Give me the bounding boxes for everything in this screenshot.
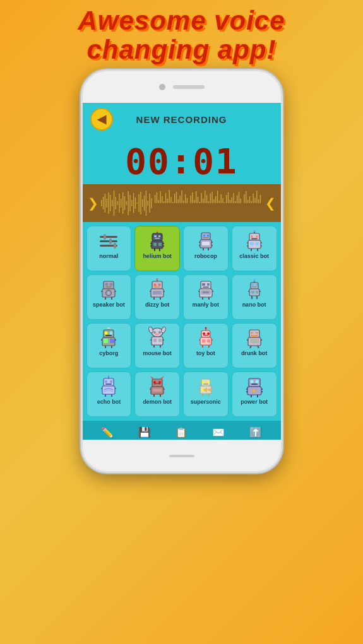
svg-rect-123 [109, 238, 112, 244]
effect-helium-bot[interactable]: helium bot [134, 226, 180, 271]
effect-power-bot-label: power bot [241, 399, 268, 406]
effect-nano-bot-label: nano bot [242, 302, 266, 308]
demon-bot-icon [146, 375, 169, 398]
svg-rect-127 [158, 235, 160, 237]
svg-marker-271 [160, 376, 164, 379]
toy-bot-icon [194, 327, 217, 349]
svg-rect-289 [249, 378, 260, 387]
drunk-bot-icon [243, 327, 266, 349]
svg-point-259 [105, 380, 107, 383]
phone-bottom-bar [83, 440, 281, 471]
effect-normal[interactable]: normal [86, 226, 132, 271]
phone-speaker [173, 85, 205, 89]
effect-echo-bot[interactable]: echo bot [86, 372, 132, 417]
svg-rect-131 [158, 243, 162, 246]
svg-point-291 [255, 380, 258, 383]
app-header: ◀ NEW RECORDING [83, 103, 281, 136]
effect-classic-bot[interactable]: classic bot [232, 226, 277, 271]
waveform-right-chevron: ❮ [265, 196, 276, 211]
svg-point-282 [207, 381, 210, 383]
svg-point-154 [256, 235, 258, 238]
effect-cyborg[interactable]: cyborg [86, 323, 132, 368]
app-title: Awesome voice changing app! [0, 6, 363, 64]
svg-point-166 [253, 230, 255, 232]
effect-dizzy-bot-label: dizzy bot [145, 302, 170, 308]
mail-icon[interactable]: ✉️ [212, 426, 225, 438]
back-button[interactable]: ◀ [90, 108, 113, 131]
svg-rect-194 [203, 291, 209, 293]
back-arrow-icon: ◀ [97, 112, 106, 126]
svg-rect-145 [202, 242, 210, 245]
effect-nano-bot[interactable]: nano bot [232, 274, 277, 320]
effect-power-bot[interactable]: power bot [232, 372, 277, 417]
svg-point-273 [158, 381, 161, 383]
classic-bot-icon [243, 230, 266, 252]
effect-robocop-label: robocop [194, 254, 217, 260]
svg-rect-232 [153, 339, 157, 342]
effect-demon-bot[interactable]: demon bot [134, 372, 180, 417]
effect-toy-bot[interactable]: toy bot [183, 323, 229, 368]
svg-rect-253 [250, 339, 259, 343]
svg-point-290 [250, 380, 253, 383]
effect-robocop[interactable]: robocop [183, 226, 229, 271]
svg-point-139 [157, 230, 158, 232]
app-toolbar: ✏️ 💾 📋 ✉️ ⬆️ [83, 421, 281, 440]
svg-rect-128 [155, 238, 160, 239]
share-icon[interactable]: ⬆️ [249, 426, 262, 438]
svg-rect-261 [105, 383, 112, 385]
svg-rect-200 [252, 284, 254, 286]
svg-point-153 [251, 235, 253, 238]
svg-point-272 [153, 381, 156, 383]
svg-rect-179 [154, 287, 160, 288]
svg-point-240 [207, 332, 210, 335]
app-screen: ◀ NEW RECORDING 00:01 ❯ [83, 103, 281, 440]
svg-rect-201 [256, 284, 258, 286]
effect-drunk-bot[interactable]: drunk bot [232, 323, 277, 368]
waveform-visualization [98, 187, 265, 219]
svg-point-227 [158, 331, 161, 334]
svg-rect-241 [203, 335, 208, 336]
save-icon[interactable]: 💾 [138, 426, 151, 438]
power-bot-icon [243, 375, 266, 398]
svg-rect-215 [105, 335, 112, 336]
effect-drunk-bot-label: drunk bot [241, 351, 268, 357]
svg-rect-141 [203, 235, 205, 237]
effect-cyborg-label: cyborg [99, 351, 118, 357]
effect-supersonic[interactable]: supersonic [183, 372, 229, 417]
pencil-icon[interactable]: ✏️ [101, 426, 114, 438]
dizzy-bot-icon [146, 278, 169, 301]
svg-point-281 [202, 381, 205, 383]
timer-display: 00:01 [83, 136, 281, 184]
svg-point-213 [105, 332, 108, 335]
svg-rect-142 [207, 235, 209, 237]
svg-rect-275 [153, 389, 162, 392]
svg-point-228 [155, 333, 159, 336]
effect-speaker-bot[interactable]: speaker bot [86, 274, 132, 320]
svg-rect-283 [203, 383, 208, 385]
svg-rect-244 [207, 339, 210, 342]
svg-rect-119 [100, 236, 117, 238]
svg-rect-124 [114, 243, 116, 249]
svg-rect-120 [100, 240, 117, 242]
effect-supersonic-label: supersonic [191, 399, 221, 406]
supersonic-icon [194, 375, 217, 398]
effect-helium-bot-label: helium bot [143, 254, 172, 260]
svg-rect-224 [107, 327, 110, 329]
svg-rect-218 [110, 339, 114, 343]
home-indicator [169, 455, 194, 457]
svg-point-214 [110, 332, 113, 335]
speaker-bot-icon [97, 278, 120, 301]
svg-rect-204 [251, 291, 254, 293]
svg-point-260 [110, 380, 112, 383]
svg-rect-243 [202, 339, 205, 342]
svg-point-173 [107, 292, 110, 295]
effect-dizzy-bot[interactable]: dizzy bot [134, 274, 180, 320]
svg-rect-191 [203, 287, 209, 288]
svg-rect-205 [256, 291, 258, 293]
svg-rect-217 [104, 339, 108, 343]
copy-icon[interactable]: 📋 [175, 426, 187, 438]
effect-mouse-bot[interactable]: mouse bot [134, 323, 180, 368]
echo-bot-icon [97, 375, 120, 398]
effect-manly-bot[interactable]: manly bot [183, 274, 229, 320]
phone-frame: ◀ NEW RECORDING 00:01 ❯ [81, 69, 283, 473]
